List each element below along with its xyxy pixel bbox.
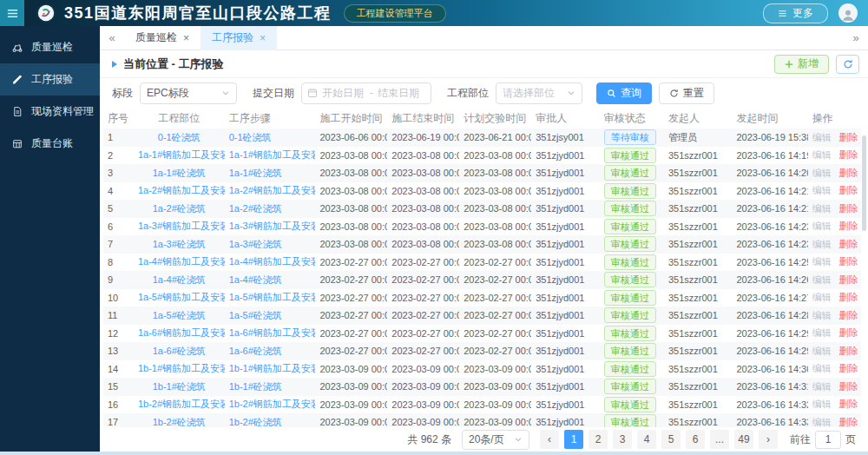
edit-link[interactable]: 编辑	[812, 203, 832, 214]
part-link[interactable]: 1b-1#钢筋加工及安装	[138, 363, 225, 373]
part-link[interactable]: 1a-6#砼浇筑	[153, 346, 206, 356]
edit-link[interactable]: 编辑	[812, 149, 832, 160]
part-link[interactable]: 1a-2#钢筋加工及安装	[138, 185, 225, 195]
scrollbar-thumb[interactable]	[862, 135, 866, 231]
pager-page[interactable]: 49	[734, 430, 753, 449]
step-link[interactable]: 1b-1#钢筋加工及安装	[229, 363, 316, 373]
part-link[interactable]: 1a-2#砼浇筑	[153, 203, 206, 214]
part-link[interactable]: 1a-4#砼浇筑	[153, 274, 206, 285]
part-link[interactable]: 0-1砼浇筑	[158, 132, 201, 142]
pager-next-icon[interactable]: ›	[759, 430, 778, 449]
delete-link[interactable]: 删除	[839, 292, 858, 302]
close-icon[interactable]: ×	[260, 33, 266, 43]
pager-page[interactable]: 3	[613, 430, 632, 449]
sidebar-toggle-button[interactable]	[0, 0, 24, 26]
refresh-button[interactable]	[836, 55, 859, 74]
part-link[interactable]: 1b-2#砼浇筑	[153, 417, 206, 427]
pager-prev-icon[interactable]: ‹	[540, 430, 559, 449]
avatar[interactable]	[838, 3, 858, 23]
step-link[interactable]: 1a-3#钢筋加工及安装	[229, 221, 316, 231]
step-link[interactable]: 1a-5#砼浇筑	[229, 310, 282, 320]
step-link[interactable]: 1a-4#砼浇筑	[229, 274, 282, 285]
pager-page[interactable]: 6	[686, 430, 705, 449]
delete-link[interactable]: 删除	[839, 185, 858, 195]
delete-link[interactable]: 删除	[839, 417, 858, 427]
reset-button[interactable]: 重置	[659, 82, 714, 104]
sidebar-item-site-documents[interactable]: 现场资料管理	[0, 96, 100, 128]
delete-link[interactable]: 删除	[839, 239, 858, 249]
step-link[interactable]: 1a-6#砼浇筑	[229, 346, 282, 356]
edit-link[interactable]: 编辑	[812, 185, 832, 195]
part-link[interactable]: 1a-5#钢筋加工及安装	[138, 292, 225, 302]
tab-process-inspection[interactable]: 工序报验 ×	[201, 26, 277, 50]
edit-link[interactable]: 编辑	[812, 274, 832, 285]
delete-link[interactable]: 删除	[839, 346, 858, 356]
edit-link[interactable]: 编辑	[812, 221, 832, 231]
delete-link[interactable]: 删除	[839, 149, 858, 160]
close-icon[interactable]: ×	[183, 33, 189, 43]
part-link[interactable]: 1b-1#砼浇筑	[153, 381, 206, 392]
part-link[interactable]: 1a-4#钢筋加工及安装	[138, 256, 225, 267]
step-link[interactable]: 1b-1#砼浇筑	[229, 381, 282, 392]
part-link[interactable]: 1b-2#钢筋加工及安装	[138, 399, 225, 409]
add-button[interactable]: 新增	[774, 55, 829, 74]
edit-link[interactable]: 编辑	[812, 256, 832, 267]
step-link[interactable]: 1a-4#钢筋加工及安装	[229, 256, 316, 267]
section-select[interactable]: EPC标段	[140, 82, 237, 104]
edit-link[interactable]: 编辑	[812, 310, 832, 320]
goto-page-input[interactable]	[815, 431, 841, 449]
edit-link[interactable]: 编辑	[812, 417, 832, 427]
sidebar-item-quality-ledger[interactable]: 质量台账	[0, 128, 100, 160]
part-link[interactable]: 1a-1#砼浇筑	[153, 168, 206, 178]
edit-link[interactable]: 编辑	[812, 381, 832, 392]
delete-link[interactable]: 删除	[839, 327, 858, 338]
step-link[interactable]: 1a-2#砼浇筑	[229, 203, 282, 214]
delete-link[interactable]: 删除	[839, 381, 858, 392]
part-link[interactable]: 1a-6#钢筋加工及安装	[138, 327, 225, 338]
tabs-scroll-right-icon[interactable]: »	[844, 31, 868, 44]
delete-link[interactable]: 删除	[839, 221, 858, 231]
part-link[interactable]: 1a-3#钢筋加工及安装	[138, 221, 225, 231]
step-link[interactable]: 1a-3#砼浇筑	[229, 239, 282, 249]
sidebar-item-quality-patrol[interactable]: 质量巡检	[0, 31, 100, 63]
step-link[interactable]: 1b-2#砼浇筑	[229, 417, 282, 427]
step-link[interactable]: 1a-5#钢筋加工及安装	[229, 292, 316, 302]
sidebar-item-process-inspection[interactable]: 工序报验	[0, 63, 100, 96]
step-link[interactable]: 1a-6#钢筋加工及安装	[229, 327, 316, 338]
delete-link[interactable]: 删除	[839, 203, 858, 214]
step-link[interactable]: 1b-2#钢筋加工及安装	[229, 399, 316, 409]
pager-page[interactable]: 4	[637, 430, 656, 449]
date-range-picker[interactable]: -	[301, 82, 431, 104]
pager-page[interactable]: 2	[589, 430, 608, 449]
part-link[interactable]: 1a-3#砼浇筑	[153, 239, 206, 249]
delete-link[interactable]: 删除	[839, 310, 858, 320]
step-link[interactable]: 0-1砼浇筑	[229, 132, 272, 142]
pager-page[interactable]: 1	[564, 430, 583, 449]
tab-quality-patrol[interactable]: 质量巡检 ×	[124, 26, 201, 50]
delete-link[interactable]: 删除	[839, 132, 858, 142]
tabs-scroll-left-icon[interactable]: «	[100, 31, 124, 44]
edit-link[interactable]: 编辑	[812, 292, 832, 302]
start-date-input[interactable]	[320, 86, 367, 100]
delete-link[interactable]: 删除	[839, 274, 858, 285]
delete-link[interactable]: 删除	[839, 399, 858, 409]
delete-link[interactable]: 删除	[839, 168, 858, 178]
edit-link[interactable]: 编辑	[812, 239, 832, 249]
part-link[interactable]: 1a-5#砼浇筑	[153, 310, 206, 320]
edit-link[interactable]: 编辑	[812, 327, 832, 338]
pager-page[interactable]: 5	[661, 430, 681, 449]
more-button[interactable]: 更多	[763, 3, 828, 23]
step-link[interactable]: 1a-1#钢筋加工及安装	[229, 149, 316, 160]
edit-link[interactable]: 编辑	[812, 399, 832, 409]
page-size-select[interactable]: 20条/页	[462, 430, 529, 450]
edit-link[interactable]: 编辑	[812, 363, 832, 373]
edit-link[interactable]: 编辑	[812, 346, 832, 356]
part-select[interactable]: 请选择部位	[496, 82, 582, 104]
delete-link[interactable]: 删除	[839, 256, 858, 267]
end-date-input[interactable]	[376, 86, 423, 100]
edit-link[interactable]: 编辑	[812, 168, 832, 178]
part-link[interactable]: 1a-1#钢筋加工及安装	[138, 149, 225, 160]
delete-link[interactable]: 删除	[839, 363, 858, 373]
edit-link[interactable]: 编辑	[812, 132, 832, 142]
search-button[interactable]: 查询	[596, 82, 652, 104]
